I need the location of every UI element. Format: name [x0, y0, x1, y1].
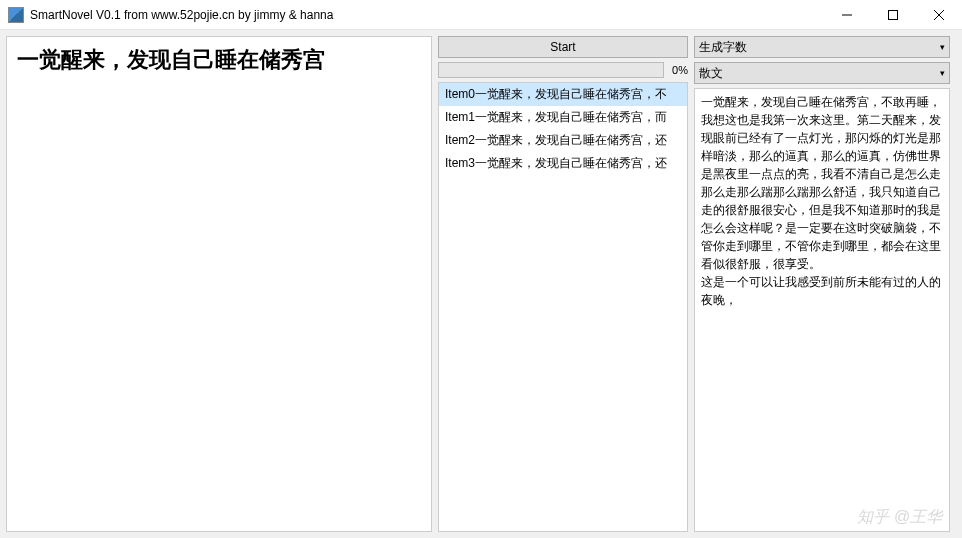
dropdown-label: 散文 [699, 65, 723, 82]
svg-rect-1 [889, 10, 898, 19]
chevron-down-icon: ▾ [940, 68, 945, 78]
progress-bar [438, 62, 664, 78]
progress-percent: 0% [668, 64, 688, 76]
maximize-button[interactable] [870, 0, 916, 30]
list-item[interactable]: Item1一觉醒来，发现自己睡在储秀宫，而 [439, 106, 687, 129]
list-item[interactable]: Item2一觉醒来，发现自己睡在储秀宫，还 [439, 129, 687, 152]
output-textarea[interactable]: 一觉醒来，发现自己睡在储秀宫，不敢再睡，我想这也是我第一次来这里。第二天醒来，发… [694, 88, 950, 532]
minimize-button[interactable] [824, 0, 870, 30]
item-list[interactable]: Item0一觉醒来，发现自己睡在储秀宫，不 Item1一觉醒来，发现自己睡在储秀… [438, 82, 688, 532]
window-title: SmartNovel V0.1 from www.52pojie.cn by j… [30, 8, 824, 22]
list-item[interactable]: Item3一觉醒来，发现自己睡在储秀宫，还 [439, 152, 687, 175]
chevron-down-icon: ▾ [940, 42, 945, 52]
app-icon [8, 7, 24, 23]
close-button[interactable] [916, 0, 962, 30]
titlebar: SmartNovel V0.1 from www.52pojie.cn by j… [0, 0, 962, 30]
style-dropdown[interactable]: 散文 ▾ [694, 62, 950, 84]
dropdown-label: 生成字数 [699, 39, 747, 56]
word-count-dropdown[interactable]: 生成字数 ▾ [694, 36, 950, 58]
list-item[interactable]: Item0一觉醒来，发现自己睡在储秀宫，不 [439, 83, 687, 106]
start-button[interactable]: Start [438, 36, 688, 58]
input-textarea[interactable]: 一觉醒来，发现自己睡在储秀宫 [6, 36, 432, 532]
